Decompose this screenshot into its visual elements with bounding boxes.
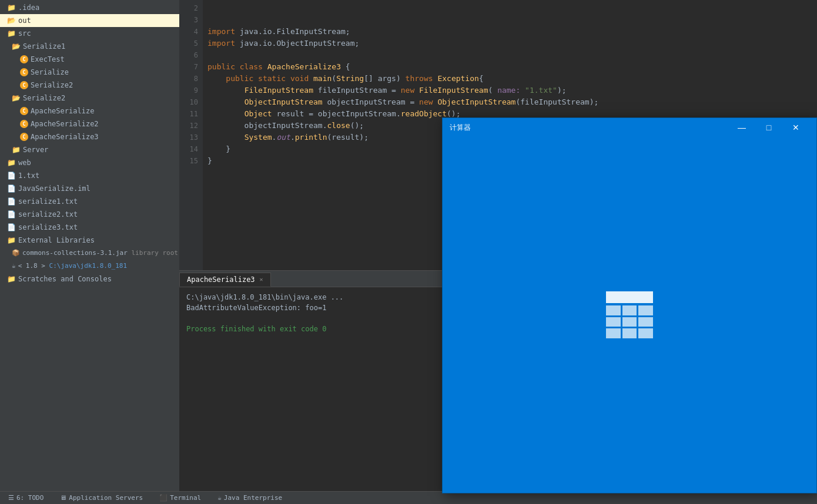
- sidebar-label: JavaSerialize.iml: [18, 183, 91, 194]
- jdk-icon: ☕: [12, 261, 16, 271]
- calc-close-button[interactable]: ✕: [782, 118, 809, 137]
- project-sidebar: 📁 .idea 📂 out 📁 src 📂 Serialize1 C ExecT…: [0, 0, 179, 491]
- folder-closed-icon: 📁: [7, 28, 16, 39]
- sidebar-label: serialize2.txt: [18, 209, 78, 220]
- tab-apacheserialize3[interactable]: ApacheSerialize3 ✕: [179, 273, 271, 287]
- calc-minimize-button[interactable]: —: [728, 118, 755, 137]
- class-icon: C: [20, 120, 28, 128]
- class-icon: C: [20, 81, 28, 89]
- file-tree: 📁 .idea 📂 out 📁 src 📂 Serialize1 C ExecT…: [0, 0, 179, 491]
- jar-icon: 📦: [12, 248, 20, 258]
- sidebar-label: ApacheSerialize3: [31, 132, 99, 142]
- tab-label: ApacheSerialize3: [187, 275, 255, 284]
- sidebar-item-serialize2folder[interactable]: 📂 Serialize2: [0, 92, 179, 105]
- sidebar-item-apacheserialize[interactable]: C ApacheSerialize: [0, 105, 179, 117]
- sidebar-item-src[interactable]: 📁 src: [0, 27, 179, 40]
- calc-controls: — □ ✕: [728, 118, 809, 137]
- file-icon: 📄: [7, 170, 16, 181]
- status-todo[interactable]: ☰ 6: TODO: [5, 493, 47, 503]
- calc-cell-7: [606, 328, 621, 338]
- calc-maximize-button[interactable]: □: [755, 118, 782, 137]
- sidebar-item-serialize1[interactable]: 📂 Serialize1: [0, 40, 179, 53]
- folder-closed-icon: 📁: [7, 157, 16, 168]
- file-icon: 📄: [7, 222, 16, 233]
- calc-cell-8: [622, 328, 637, 338]
- folder-closed-icon: 📁: [7, 2, 16, 13]
- line-numbers: 2 3 4 5 6 7 8 9 10 11 12 13 14 15: [179, 0, 203, 270]
- folder-closed-icon: 📁: [7, 274, 16, 284]
- calculator-window: 计算器 — □ ✕: [442, 117, 817, 493]
- sidebar-item-apacheserialize3[interactable]: C ApacheSerialize3: [0, 130, 179, 143]
- status-app-servers[interactable]: 🖥 Application Servers: [56, 493, 146, 503]
- sidebar-label: serialize1.txt: [18, 196, 78, 207]
- sidebar-item-libraries[interactable]: 📁 External Libraries: [0, 234, 179, 247]
- folder-open-icon: 📂: [12, 93, 21, 103]
- sidebar-label: Serialize1: [23, 41, 65, 52]
- list-icon: ☰: [8, 494, 14, 502]
- folder-closed-icon: 📁: [7, 235, 16, 246]
- status-enterprise-label: Java Enterprise: [224, 494, 282, 502]
- sidebar-item-serialize[interactable]: C Serialize: [0, 66, 179, 79]
- calc-icon-display: [606, 291, 653, 303]
- sidebar-label: ApacheSerialize: [31, 106, 94, 116]
- status-terminal-label: Terminal: [170, 494, 201, 502]
- sidebar-label: Scratches and Consoles: [18, 274, 112, 284]
- calc-cell-6: [638, 317, 653, 327]
- sidebar-item-commons[interactable]: 📦 commons-collections-3.1.jar library ro…: [0, 247, 179, 260]
- calc-cell-1: [606, 305, 621, 315]
- class-icon: C: [20, 133, 28, 141]
- class-icon: C: [20, 68, 28, 76]
- sidebar-label: Serialize2: [23, 93, 65, 103]
- calc-cell-2: [622, 305, 637, 315]
- sidebar-item-1txt[interactable]: 📄 1.txt: [0, 169, 179, 182]
- sidebar-item-server[interactable]: 📁 Server: [0, 143, 179, 156]
- close-tab-icon[interactable]: ✕: [260, 276, 263, 283]
- file-icon: 📄: [7, 196, 16, 207]
- status-terminal[interactable]: ⬛ Terminal: [156, 493, 205, 503]
- terminal-icon: ⬛: [159, 494, 168, 502]
- sidebar-label: ApacheSerialize2: [31, 119, 99, 129]
- sidebar-item-scratches[interactable]: 📁 Scratches and Consoles: [0, 273, 179, 285]
- calc-icon-buttons: [606, 305, 653, 338]
- sidebar-item-serialize3txt[interactable]: 📄 serialize3.txt: [0, 221, 179, 234]
- sidebar-item-out[interactable]: 📂 out: [0, 14, 179, 27]
- calc-titlebar: 计算器 — □ ✕: [443, 118, 816, 137]
- calc-cell-5: [622, 317, 637, 327]
- status-java-enterprise[interactable]: ☕ Java Enterprise: [214, 493, 286, 503]
- sidebar-label: Serialize2: [31, 80, 73, 90]
- file-icon: 📄: [7, 183, 16, 194]
- sidebar-label: < 1.8 > C:\java\jdk1.8.0_181: [18, 261, 127, 271]
- sidebar-item-exectest[interactable]: C ExecTest: [0, 53, 179, 66]
- status-appservers-label: Application Servers: [69, 494, 143, 502]
- sidebar-item-jdk[interactable]: ☕ < 1.8 > C:\java\jdk1.8.0_181: [0, 260, 179, 273]
- sidebar-label: serialize3.txt: [18, 222, 78, 233]
- sidebar-item-serialize2txt[interactable]: 📄 serialize2.txt: [0, 208, 179, 221]
- sidebar-label: commons-collections-3.1.jar library root: [22, 248, 178, 258]
- calc-icon: [606, 291, 653, 338]
- sidebar-item-serialize1txt[interactable]: 📄 serialize1.txt: [0, 195, 179, 208]
- sidebar-item-apacheserialize2[interactable]: C ApacheSerialize2: [0, 117, 179, 130]
- status-todo-label: 6: TODO: [16, 494, 43, 502]
- sidebar-item-javaiml[interactable]: 📄 JavaSerialize.iml: [0, 182, 179, 195]
- sidebar-label: src: [18, 28, 31, 39]
- sidebar-label: web: [18, 157, 31, 168]
- sidebar-label: .idea: [18, 2, 39, 13]
- calc-body: [443, 137, 816, 493]
- sidebar-label: Server: [23, 145, 48, 155]
- file-icon: 📄: [7, 209, 16, 220]
- sidebar-label: ExecTest: [31, 54, 65, 65]
- sidebar-label: 1.txt: [18, 170, 39, 181]
- sidebar-item-idea[interactable]: 📁 .idea: [0, 1, 179, 14]
- calc-title: 计算器: [450, 123, 728, 133]
- sidebar-item-web[interactable]: 📁 web: [0, 156, 179, 169]
- sidebar-label: out: [18, 15, 31, 26]
- calc-cell-9: [638, 328, 653, 338]
- folder-open-icon: 📂: [7, 15, 16, 26]
- folder-open-icon: 📂: [12, 41, 21, 52]
- class-icon: C: [20, 107, 28, 115]
- server-icon: 🖥: [60, 494, 66, 502]
- sidebar-label: Serialize: [31, 67, 69, 78]
- sidebar-label: External Libraries: [18, 235, 95, 246]
- sidebar-item-serialize2class[interactable]: C Serialize2: [0, 79, 179, 92]
- calc-cell-3: [638, 305, 653, 315]
